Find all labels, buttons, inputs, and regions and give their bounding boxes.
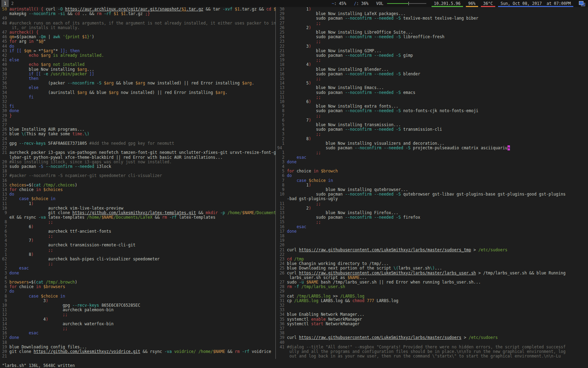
line-number — [2, 25, 9, 30]
code-row: 5 ;; — [2, 234, 275, 238]
code-token: blue Now installing extra fonts... — [287, 104, 399, 109]
code-row: 19 — [277, 238, 588, 243]
code-token: blue Now installing — [9, 67, 77, 72]
line-number: 9 — [2, 298, 9, 303]
code-token: $arg — [215, 90, 225, 95]
code-row: 24 sudo pacman --noconfirm --needed -S l… — [277, 35, 588, 39]
code-token: --noconfirm — [345, 34, 372, 39]
code-token — [38, 53, 41, 58]
code-row: 32 — [277, 303, 588, 308]
line-number: 37 — [277, 326, 287, 331]
code-token: https://raw.githubusercontent.com/LukeSm… — [299, 247, 471, 252]
code-token: .tar.gz && — [240, 7, 266, 12]
code-token: && — [225, 349, 235, 354]
line-number: 41 — [277, 345, 287, 349]
code-token: ;; — [48, 233, 53, 238]
code-token: done — [9, 335, 19, 340]
workspace-2[interactable]: 2 — [9, 0, 16, 7]
line-number: 39 — [277, 335, 287, 340]
code-token: cd — [287, 257, 292, 261]
code-token: --needed — [374, 16, 393, 21]
code-row: 31 fi — [2, 104, 275, 109]
code-token — [372, 71, 374, 76]
code-token: ... — [87, 67, 94, 72]
code-token: blue Now installing LibreOffice Suite... — [287, 30, 413, 35]
line-number: 11 — [277, 95, 287, 100]
monitor-icon-screen — [579, 1, 583, 5]
code-token: sudo pacman — [287, 108, 345, 113]
code-token: $1 — [82, 34, 87, 39]
module-temperature: 36°C — [481, 0, 496, 7]
code-token: texlive-most texlive-lang biber — [401, 16, 478, 21]
code-token: -O — [58, 7, 63, 12]
code-token — [372, 34, 374, 39]
code-token: sudo pacman — [287, 53, 345, 58]
code-token: ) — [309, 44, 311, 49]
module-battery: 96% — [466, 0, 478, 7]
code-token: > — [471, 247, 478, 252]
code-token: ;; — [316, 113, 321, 118]
code-row: 23 gpg --recv-keys 5FAF0A6EE7371805 #Add… — [2, 141, 275, 146]
tray-monitor-icon[interactable] — [579, 1, 585, 6]
line-number: 16 — [277, 224, 287, 229]
code-token: -S — [406, 145, 411, 150]
code-token: $arg — [135, 81, 145, 86]
code-token — [287, 131, 316, 136]
code-token: $NAME — [348, 275, 360, 280]
line-number: 13 — [2, 192, 9, 197]
code-token: https://raw.githubusercontent.com/LukeSm… — [299, 335, 461, 340]
code-token — [38, 294, 41, 299]
code-token: /LARBS.log — [294, 298, 318, 303]
code-token — [9, 76, 29, 81]
code-token: ;; — [48, 219, 53, 224]
code-row: 28 — [2, 118, 275, 123]
line-number: 3 — [2, 243, 9, 247]
code-token: blue Now installing Blender... — [287, 67, 389, 72]
module-ip-address: 10.201.5.96 — [432, 0, 463, 7]
line-number: 4 — [277, 164, 287, 169]
code-token: /Documents/LaTeX — [114, 215, 153, 220]
code-token: \) — [430, 266, 435, 271]
code-token: ;; — [316, 21, 321, 26]
code-token — [372, 215, 374, 220]
code-token: voidrice/ — [174, 349, 196, 354]
line-number: 47 — [2, 30, 9, 35]
line-number: 12 — [2, 312, 9, 317]
line-number: 5 — [2, 280, 9, 285]
line-number: 31 — [2, 104, 9, 109]
code-token: projectm-pulseaudio cmatrix asciiquariu — [411, 145, 507, 150]
line-number — [277, 354, 287, 359]
line-number: 13 — [277, 210, 287, 215]
code-token: blue Now installing Firefox... — [287, 210, 399, 215]
code-row: 17 done — [2, 335, 275, 340]
code-token: =$( — [14, 34, 22, 39]
code-token: blue Downloading next portion of the scr… — [287, 266, 394, 271]
volume-slider[interactable] — [387, 0, 426, 7]
code-token: blue Enabling Network Manager... — [287, 312, 365, 317]
code-row: 3 ;; — [277, 132, 588, 136]
code-token — [287, 57, 316, 62]
code-row: 7 ;; — [277, 114, 588, 118]
line-number: 2 — [2, 266, 9, 271]
editor-pane-larbs-user-sh[interactable]: 50 aurinstall() { curl -O https://aur.ar… — [0, 7, 275, 359]
statusbar-modules: ~: 45% /: 36% VOL 10.201.5.96 96% 36°C S… — [327, 0, 585, 7]
code-row: 21 curl https://raw.githubusercontent.co… — [277, 248, 588, 252]
editor-pane-larbs-sh[interactable]: 30 1) 29 blue Now installing LaTeX packa… — [275, 7, 588, 359]
code-token: -p — [220, 210, 225, 215]
line-number: 23 — [277, 257, 287, 261]
code-row: -bad gst-plugins-ugly — [277, 197, 588, 201]
line-number: 30 — [277, 294, 287, 299]
code-row: 20 git clone https://github.com/lukesmit… — [2, 349, 275, 354]
code-token — [41, 183, 43, 188]
code-token: -va — [164, 349, 172, 354]
line-number: 49 — [2, 16, 9, 21]
workspace-1[interactable]: 1 — [1, 0, 9, 7]
code-token: $browsers — [43, 284, 65, 289]
code-token: 5FAF0A6EE7371805 — [46, 141, 90, 146]
code-token: = *" — [31, 48, 43, 53]
code-token: .tar.gz — [126, 11, 145, 16]
line-number: 22 — [277, 252, 287, 257]
code-token: $arg — [43, 48, 53, 53]
code-token: done — [9, 108, 19, 113]
code-token: is already installed. — [53, 53, 104, 58]
